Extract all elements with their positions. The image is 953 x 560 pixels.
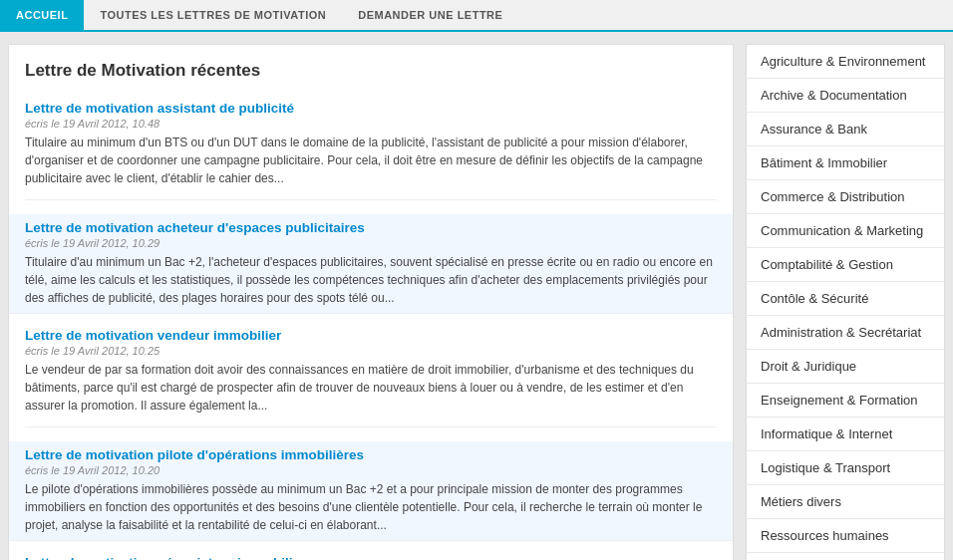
article-title-link[interactable]: Lettre de motivation négociateur immobil… (25, 555, 717, 560)
sidebar-item-3[interactable]: Bâtiment & Immobilier (747, 146, 944, 180)
sidebar-item-12[interactable]: Logistique & Transport (747, 451, 944, 485)
content-area: Lettre de Motivation récentes Lettre de … (8, 44, 734, 560)
article-excerpt: Le pilote d'opérations immobilières poss… (25, 480, 717, 534)
sidebar-item-15[interactable]: Science & Industrie (747, 553, 944, 560)
sidebar-item-7[interactable]: Contôle & Sécurité (747, 282, 944, 316)
article-date: écris le 19 Avril 2012, 10.25 (25, 345, 717, 357)
article-title-link[interactable]: Lettre de motivation assistant de public… (25, 101, 717, 116)
article-item: Lettre de motivation négociateur immobil… (25, 555, 717, 560)
sidebar-item-5[interactable]: Communication & Marketing (747, 214, 944, 248)
sidebar-item-13[interactable]: Métiers divers (747, 485, 944, 519)
sidebar-item-14[interactable]: Ressources humaines (747, 519, 944, 553)
sidebar-item-2[interactable]: Assurance & Bank (747, 113, 944, 146)
article-item: Lettre de motivation pilote d'opérations… (9, 441, 733, 541)
article-excerpt: Titulaire au minimum d'un BTS ou d'un DU… (25, 134, 717, 187)
sidebar-item-0[interactable]: Agriculture & Environnement (747, 45, 944, 79)
article-item: Lettre de motivation assistant de public… (25, 101, 717, 200)
top-navigation: ACCUEIL TOUTES LES LETTRES DE MOTIVATION… (0, 0, 953, 32)
sidebar-item-10[interactable]: Enseignement & Formation (747, 384, 944, 418)
articles-list: Lettre de motivation assistant de public… (25, 101, 717, 560)
main-container: Lettre de Motivation récentes Lettre de … (0, 44, 953, 560)
sidebar-item-1[interactable]: Archive & Documentation (747, 79, 944, 113)
sidebar-item-4[interactable]: Commerce & Distribution (747, 180, 944, 214)
article-date: écris le 19 Avril 2012, 10.29 (25, 237, 717, 249)
nav-demander-lettre[interactable]: DEMANDER UNE LETTRE (342, 0, 518, 30)
article-excerpt: Le vendeur de par sa formation doit avoi… (25, 361, 717, 415)
article-item: Lettre de motivation vendeur immobilieré… (25, 328, 717, 427)
sidebar-item-11[interactable]: Informatique & Internet (747, 418, 944, 451)
article-date: écris le 19 Avril 2012, 10.48 (25, 118, 717, 130)
article-title-link[interactable]: Lettre de motivation acheteur d'espaces … (25, 220, 717, 235)
article-item: Lettre de motivation acheteur d'espaces … (9, 214, 733, 314)
sidebar-item-6[interactable]: Comptabilité & Gestion (747, 248, 944, 282)
sidebar-items-container: Agriculture & EnvironnementArchive & Doc… (747, 45, 944, 560)
article-title-link[interactable]: Lettre de motivation vendeur immobilier (25, 328, 717, 343)
sidebar-item-8[interactable]: Administration & Secrétariat (747, 316, 944, 350)
article-date: écris le 19 Avril 2012, 10.20 (25, 464, 717, 476)
sidebar: Agriculture & EnvironnementArchive & Doc… (746, 44, 945, 560)
nav-accueil[interactable]: ACCUEIL (0, 0, 84, 30)
content-title: Lettre de Motivation récentes (25, 61, 717, 87)
article-title-link[interactable]: Lettre de motivation pilote d'opérations… (25, 447, 717, 462)
sidebar-item-9[interactable]: Droit & Juridique (747, 350, 944, 384)
nav-toutes-lettres[interactable]: TOUTES LES LETTRES DE MOTIVATION (84, 0, 342, 30)
article-excerpt: Titulaire d'au minimum un Bac +2, l'ache… (25, 253, 717, 307)
